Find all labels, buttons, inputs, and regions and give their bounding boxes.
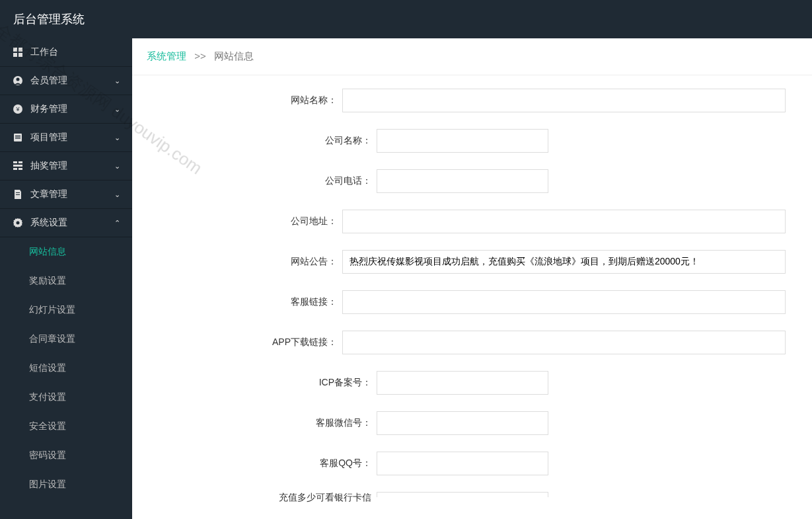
label-wechat: 客服微信号： [132, 417, 377, 429]
sidebar-subitem-slideshow[interactable]: 幻灯片设置 [0, 296, 132, 325]
chevron-down-icon: ⌄ [114, 190, 120, 199]
label-app-download: APP下载链接： [132, 337, 342, 348]
chevron-down-icon: ⌄ [114, 134, 120, 142]
svg-rect-14 [13, 168, 17, 170]
sidebar-item-label: 会员管理 [30, 75, 67, 87]
breadcrumb-parent[interactable]: 系统管理 [147, 50, 186, 61]
main-content: 系统管理 >> 网站信息 网站名称： 公司名称： 公司电话： 公司地址： [132, 38, 812, 519]
site-info-form: 网站名称： 公司名称： 公司电话： 公司地址： 网站公告： [132, 75, 812, 517]
sidebar-item-label: 抽奖管理 [30, 160, 67, 172]
label-recharge: 充值多少可看银行卡信 [132, 492, 377, 504]
sidebar-subitem-image[interactable]: 图片设置 [0, 470, 132, 499]
sidebar-item-system[interactable]: 系统设置 ⌃ [0, 209, 132, 237]
app-header: 后台管理系统 [0, 0, 812, 38]
sidebar-subitem-contract[interactable]: 合同章设置 [0, 325, 132, 354]
svg-rect-16 [16, 192, 20, 193]
sidebar-subitem-site-info[interactable]: 网站信息 [0, 237, 132, 266]
svg-rect-9 [15, 136, 20, 137]
sidebar-item-label: 工作台 [30, 46, 58, 58]
svg-point-5 [17, 78, 20, 81]
form-row-recharge: 充值多少可看银行卡信 [132, 492, 786, 504]
form-row-announcement: 网站公告： [132, 250, 786, 274]
sidebar: 工作台 会员管理 ⌄ ¥ 财务管理 ⌄ 项目管理 ⌄ [0, 38, 132, 519]
label-service-link: 客服链接： [132, 296, 342, 308]
label-qq: 客服QQ号： [132, 458, 377, 469]
article-icon [12, 188, 24, 200]
sidebar-item-lottery[interactable]: 抽奖管理 ⌄ [0, 152, 132, 180]
input-company-name[interactable] [377, 129, 548, 153]
svg-rect-3 [18, 53, 22, 57]
sidebar-subitem-security[interactable]: 安全设置 [0, 412, 132, 441]
sidebar-item-finance[interactable]: ¥ 财务管理 ⌄ [0, 95, 132, 124]
form-row-service-link: 客服链接： [132, 290, 786, 314]
svg-text:¥: ¥ [15, 106, 20, 112]
input-app-download[interactable] [342, 331, 786, 354]
sidebar-item-label: 项目管理 [30, 132, 67, 143]
svg-rect-1 [18, 48, 22, 52]
sidebar-subitem-reward[interactable]: 奖励设置 [0, 266, 132, 296]
label-site-name: 网站名称： [132, 95, 342, 106]
input-company-address[interactable] [342, 210, 786, 233]
sidebar-subitem-password[interactable]: 密码设置 [0, 441, 132, 470]
dashboard-icon [12, 46, 24, 58]
breadcrumb-current: 网站信息 [214, 50, 254, 61]
project-icon [12, 132, 24, 143]
sidebar-item-article[interactable]: 文章管理 ⌄ [0, 180, 132, 209]
label-company-address: 公司地址： [132, 216, 342, 227]
input-service-link[interactable] [342, 290, 786, 314]
input-company-phone[interactable] [377, 169, 548, 193]
input-announcement[interactable] [342, 250, 786, 274]
svg-rect-10 [15, 138, 20, 139]
sidebar-item-member[interactable]: 会员管理 ⌄ [0, 67, 132, 95]
sidebar-item-label: 文章管理 [30, 188, 67, 200]
chevron-up-icon: ⌃ [114, 219, 120, 227]
gear-icon [12, 217, 24, 229]
form-row-company-name: 公司名称： [132, 129, 786, 153]
input-icp[interactable] [377, 371, 548, 395]
svg-rect-13 [13, 165, 22, 167]
money-icon: ¥ [12, 103, 24, 115]
lottery-icon [12, 160, 24, 172]
input-site-name[interactable] [342, 89, 786, 112]
label-company-name: 公司名称： [132, 135, 377, 147]
svg-rect-0 [13, 48, 17, 52]
form-row-icp: ICP备案号： [132, 371, 786, 395]
form-row-app-download: APP下载链接： [132, 331, 786, 354]
input-recharge[interactable] [377, 492, 548, 497]
form-row-wechat: 客服微信号： [132, 411, 786, 435]
chevron-down-icon: ⌄ [114, 105, 120, 114]
form-row-qq: 客服QQ号： [132, 452, 786, 475]
sidebar-item-label: 财务管理 [30, 103, 67, 115]
svg-rect-2 [13, 53, 17, 57]
form-row-company-phone: 公司电话： [132, 169, 786, 193]
breadcrumb-sep: >> [194, 50, 206, 61]
svg-rect-11 [13, 161, 17, 163]
sidebar-subitem-sms[interactable]: 短信设置 [0, 354, 132, 383]
sidebar-subitem-payment[interactable]: 支付设置 [0, 383, 132, 412]
label-announcement: 网站公告： [132, 256, 342, 268]
svg-rect-17 [16, 194, 20, 195]
svg-point-18 [17, 221, 20, 225]
app-title: 后台管理系统 [13, 11, 85, 27]
form-row-company-address: 公司地址： [132, 210, 786, 233]
user-icon [12, 75, 24, 87]
svg-rect-12 [18, 161, 22, 163]
sidebar-item-project[interactable]: 项目管理 ⌄ [0, 124, 132, 152]
chevron-down-icon: ⌄ [114, 162, 120, 171]
sidebar-item-label: 系统设置 [30, 217, 67, 229]
label-icp: ICP备案号： [132, 377, 377, 389]
form-row-site-name: 网站名称： [132, 89, 786, 112]
svg-rect-15 [18, 168, 22, 170]
chevron-down-icon: ⌄ [114, 77, 120, 85]
sidebar-item-dashboard[interactable]: 工作台 [0, 38, 132, 67]
input-qq[interactable] [377, 452, 548, 475]
breadcrumb: 系统管理 >> 网站信息 [132, 38, 812, 75]
input-wechat[interactable] [377, 411, 548, 435]
label-company-phone: 公司电话： [132, 175, 377, 187]
